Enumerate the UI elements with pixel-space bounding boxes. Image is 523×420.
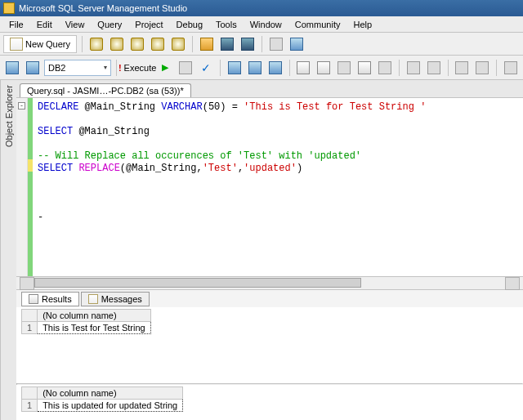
menu-help[interactable]: Help [347, 18, 378, 31]
change-connection-button[interactable] [24, 59, 42, 77]
execute-button[interactable]: ! Execute [121, 59, 154, 77]
execute-icon: ! [118, 63, 122, 73]
uncomment-icon [427, 61, 440, 74]
open-icon [200, 38, 213, 51]
menu-view[interactable]: View [60, 18, 91, 31]
document-tab-active[interactable]: Query.sql - JASMI…-PC.DB2 (sa (53))* [20, 83, 191, 97]
titlebar: Microsoft SQL Server Management Studio [0, 0, 523, 16]
result-table[interactable]: (No column name) 1 This is Test for Test… [21, 309, 151, 334]
toolbar-sql-editor: DB2 ▾ ! Execute ▶ ✓ [0, 56, 523, 80]
main-area: Object Explorer Query.sql - JASMI…-PC.DB… [0, 80, 523, 420]
new-dmx-button[interactable] [149, 35, 167, 53]
increase-indent-button[interactable] [473, 59, 491, 77]
results-tab-label: Results [42, 294, 72, 304]
table-row[interactable]: 1 This is Test for Test String [22, 322, 151, 334]
menu-edit[interactable]: Edit [31, 18, 58, 31]
print-button[interactable] [267, 35, 285, 53]
dmx-icon [151, 38, 164, 51]
new-db-query-button[interactable] [87, 35, 105, 53]
results-pane: (No column name) 1 This is Test for Test… [16, 307, 523, 420]
result-table[interactable]: (No column name) 1 This is updated for u… [21, 386, 183, 412]
intellisense-button[interactable] [266, 59, 284, 77]
menu-debug[interactable]: Debug [171, 18, 208, 31]
actual-plan-button[interactable] [294, 59, 312, 77]
row-header-corner [22, 387, 38, 400]
editor-horizontal-scrollbar[interactable] [16, 276, 523, 289]
client-stats-button[interactable] [315, 59, 333, 77]
check-icon: ✓ [201, 61, 211, 74]
scroll-thumb[interactable] [34, 278, 361, 288]
cell-value[interactable]: This is updated for updated String [38, 400, 183, 412]
results-grid-icon [358, 61, 371, 74]
results-to-file-button[interactable] [376, 59, 394, 77]
actual-plan-icon [297, 61, 310, 74]
new-analysis-button[interactable] [108, 35, 126, 53]
menu-project[interactable]: Project [129, 18, 168, 31]
new-xmla-button[interactable] [169, 35, 187, 53]
query-options-button[interactable] [246, 59, 264, 77]
analysis-icon [110, 38, 123, 51]
activity-icon [290, 38, 303, 51]
separator [289, 60, 290, 76]
new-mdx-button[interactable] [128, 35, 146, 53]
results-to-text-button[interactable] [335, 59, 353, 77]
menu-query[interactable]: Query [92, 18, 127, 31]
estimated-plan-button[interactable] [226, 59, 244, 77]
menu-file[interactable]: File [3, 18, 29, 31]
db-engine-icon [90, 38, 103, 51]
outline-collapse-icon[interactable]: - [18, 102, 25, 109]
save-all-button[interactable] [239, 35, 257, 53]
separator [192, 36, 193, 52]
messages-tab[interactable]: Messages [81, 292, 150, 306]
save-icon [221, 38, 234, 51]
separator [82, 36, 83, 52]
menu-community[interactable]: Community [289, 18, 346, 31]
results-tab[interactable]: Results [21, 292, 79, 306]
decrease-indent-button[interactable] [453, 59, 471, 77]
col-header[interactable]: (No column name) [38, 387, 183, 400]
toolbar-standard: New Query [0, 33, 523, 56]
separator [220, 60, 221, 76]
separator [399, 60, 400, 76]
execute-label: Execute [124, 63, 157, 73]
est-plan-icon [228, 61, 241, 74]
parse-button[interactable]: ✓ [197, 59, 215, 77]
open-file-button[interactable] [198, 35, 216, 53]
debug-run-button[interactable]: ▶ [156, 59, 174, 77]
result-grid-1: (No column name) 1 This is Test for Test… [16, 307, 523, 342]
cell-value[interactable]: This is Test for Test String [38, 322, 151, 334]
result-grid-2: (No column name) 1 This is updated for u… [16, 385, 523, 420]
save-button[interactable] [218, 35, 236, 53]
new-query-button[interactable]: New Query [3, 35, 77, 53]
sql-editor[interactable]: DECLARE @Main_String VARCHAR(50) = 'This… [33, 98, 523, 276]
menu-tools[interactable]: Tools [210, 18, 243, 31]
editor-gutter: - [16, 98, 28, 276]
object-explorer-tab[interactable]: Object Explorer [0, 80, 16, 420]
row-number: 1 [22, 400, 38, 412]
activity-monitor-button[interactable] [288, 35, 306, 53]
specify-template-button[interactable] [502, 59, 520, 77]
save-all-icon [241, 38, 254, 51]
comment-button[interactable] [405, 59, 422, 77]
new-query-label: New Query [25, 39, 70, 49]
row-number: 1 [22, 322, 38, 334]
options-icon [248, 61, 262, 74]
database-dropdown[interactable]: DB2 ▾ [44, 60, 111, 76]
menu-window[interactable]: Window [244, 18, 288, 31]
separator [116, 60, 117, 76]
results-tabs: Results Messages [16, 289, 523, 307]
results-to-grid-button[interactable] [355, 59, 373, 77]
play-icon: ▶ [162, 62, 168, 73]
stop-icon [179, 61, 192, 74]
client-stats-icon [317, 61, 330, 74]
stop-button[interactable] [177, 59, 194, 77]
col-header[interactable]: (No column name) [38, 310, 151, 322]
template-icon [504, 61, 517, 74]
app-title: Microsoft SQL Server Management Studio [19, 3, 187, 13]
comment-icon [407, 61, 420, 74]
connect-button[interactable] [3, 59, 21, 77]
table-row[interactable]: 1 This is updated for updated String [22, 400, 183, 412]
outdent-icon [455, 61, 468, 74]
uncomment-button[interactable] [425, 59, 443, 77]
results-text-icon [337, 61, 351, 74]
